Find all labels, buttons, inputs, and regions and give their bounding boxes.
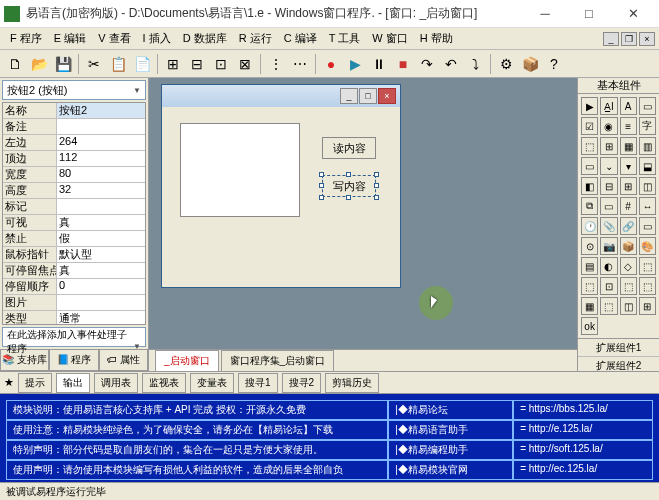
palette-component-icon[interactable]: ◫ — [620, 297, 637, 315]
palette-component-icon[interactable]: ◧ — [581, 177, 598, 195]
palette-component-icon[interactable]: # — [620, 197, 637, 215]
event-selector[interactable]: 在此选择添加入事件处理子程序 — [2, 327, 146, 347]
align-icon[interactable]: ⊞ — [162, 53, 184, 75]
bottom-tab[interactable]: 监视表 — [142, 373, 186, 393]
palette-component-icon[interactable]: ⊙ — [581, 237, 598, 255]
palette-component-icon[interactable]: ▥ — [639, 137, 656, 155]
stop-icon[interactable]: ■ — [392, 53, 414, 75]
palette-component-icon[interactable]: ▭ — [600, 197, 617, 215]
property-grid[interactable]: 名称按钮2备注左边264顶边112宽度80高度32标记可视真禁止假鼠标指针默认型… — [2, 102, 146, 325]
palette-component-icon[interactable]: 📎 — [600, 217, 617, 235]
palette-component-icon[interactable]: ▶ — [581, 97, 598, 115]
step-icon[interactable]: ↷ — [416, 53, 438, 75]
property-row[interactable]: 停留顺序0 — [3, 279, 145, 295]
help-icon[interactable]: ? — [543, 53, 565, 75]
menu-item[interactable]: E 编辑 — [48, 29, 92, 48]
align-icon[interactable]: ⊡ — [210, 53, 232, 75]
design-button-read[interactable]: 读内容 — [322, 137, 376, 159]
palette-component-icon[interactable]: ⌄ — [600, 157, 617, 175]
bottom-tab[interactable]: 剪辑历史 — [325, 373, 379, 393]
menu-item[interactable]: W 窗口 — [366, 29, 413, 48]
object-selector[interactable]: 按钮2 (按钮) — [2, 80, 146, 100]
palette-component-icon[interactable]: ↔ — [639, 197, 656, 215]
palette-component-icon[interactable]: ▦ — [620, 137, 637, 155]
form-designer-canvas[interactable]: _ □ × 读内容 写内容 — [149, 78, 577, 349]
design-form-body[interactable]: 读内容 写内容 — [164, 109, 398, 285]
palette-component-icon[interactable]: ⊡ — [600, 277, 617, 295]
build-icon[interactable]: ⚙ — [495, 53, 517, 75]
property-value[interactable]: 264 — [57, 135, 145, 150]
palette-component-icon[interactable]: ok — [581, 317, 598, 335]
tool-icon[interactable]: ⋮ — [265, 53, 287, 75]
palette-component-icon[interactable]: 🔗 — [620, 217, 637, 235]
property-value[interactable]: 80 — [57, 167, 145, 182]
design-edit-control[interactable] — [180, 123, 300, 217]
tab-program[interactable]: 📘 程序 — [49, 350, 98, 371]
design-button-write[interactable]: 写内容 — [322, 175, 376, 197]
property-row[interactable]: 可视真 — [3, 215, 145, 231]
bottom-tab[interactable]: 搜寻2 — [282, 373, 322, 393]
output-pane[interactable]: 模块说明：使用易语言核心支持库 + API 完成 授权：开源永久免费|◆精易论坛… — [0, 394, 659, 482]
property-value[interactable]: 真 — [57, 215, 145, 230]
minimize-button[interactable]: ─ — [523, 1, 567, 27]
palette-component-icon[interactable]: ⬚ — [620, 277, 637, 295]
palette-component-icon[interactable]: ⬚ — [600, 297, 617, 315]
palette-component-icon[interactable]: ⬚ — [639, 257, 656, 275]
maximize-button[interactable]: □ — [567, 1, 611, 27]
property-value[interactable]: 112 — [57, 151, 145, 166]
design-form-window[interactable]: _ □ × 读内容 写内容 — [161, 84, 401, 288]
palette-component-icon[interactable]: ⊞ — [600, 137, 617, 155]
tool-icon[interactable]: 📦 — [519, 53, 541, 75]
copy-icon[interactable]: 📋 — [107, 53, 129, 75]
bottom-tab[interactable]: 变量表 — [190, 373, 234, 393]
menu-item[interactable]: I 插入 — [137, 29, 177, 48]
bottom-tab[interactable]: 提示 — [18, 373, 52, 393]
step-icon[interactable]: ↶ — [440, 53, 462, 75]
menu-item[interactable]: T 工具 — [323, 29, 367, 48]
property-row[interactable]: 备注 — [3, 119, 145, 135]
property-row[interactable]: 类型通常 — [3, 311, 145, 325]
close-button[interactable]: ✕ — [611, 1, 655, 27]
palette-component-icon[interactable]: ⊟ — [600, 177, 617, 195]
property-row[interactable]: 顶边112 — [3, 151, 145, 167]
tool-icon[interactable]: ⋯ — [289, 53, 311, 75]
pause-icon[interactable]: ⏸ — [368, 53, 390, 75]
property-row[interactable]: 禁止假 — [3, 231, 145, 247]
align-icon[interactable]: ⊠ — [234, 53, 256, 75]
palette-component-icon[interactable]: ⬚ — [639, 277, 656, 295]
tab-properties[interactable]: 🏷 属性 — [99, 350, 148, 371]
align-icon[interactable]: ⊟ — [186, 53, 208, 75]
palette-component-icon[interactable]: ≡ — [620, 117, 637, 135]
property-value[interactable]: 按钮2 — [57, 103, 145, 118]
tab-window-assembly[interactable]: 窗口程序集_启动窗口 — [221, 350, 335, 371]
palette-component-icon[interactable]: ⊞ — [639, 297, 656, 315]
palette-component-icon[interactable]: ⊞ — [620, 177, 637, 195]
menu-item[interactable]: R 运行 — [233, 29, 278, 48]
palette-component-icon[interactable]: ▦ — [581, 297, 598, 315]
palette-component-icon[interactable]: ▤ — [581, 257, 598, 275]
palette-component-icon[interactable]: ⧉ — [581, 197, 598, 215]
menu-item[interactable]: V 查看 — [92, 29, 136, 48]
property-row[interactable]: 高度32 — [3, 183, 145, 199]
property-row[interactable]: 鼠标指针默认型 — [3, 247, 145, 263]
menu-item[interactable]: H 帮助 — [414, 29, 459, 48]
palette-component-icon[interactable]: ▭ — [639, 217, 656, 235]
property-row[interactable]: 左边264 — [3, 135, 145, 151]
property-value[interactable]: 默认型 — [57, 247, 145, 262]
mdi-restore-button[interactable]: ❐ — [621, 32, 637, 46]
mdi-close-button[interactable]: × — [639, 32, 655, 46]
palette-component-icon[interactable]: ▭ — [581, 157, 598, 175]
palette-component-icon[interactable]: A̲I — [600, 97, 617, 115]
palette-component-icon[interactable]: 🕐 — [581, 217, 598, 235]
tab-startup-window[interactable]: _启动窗口 — [155, 350, 219, 371]
run-icon[interactable]: ▶ — [344, 53, 366, 75]
property-value[interactable]: 通常 — [57, 311, 145, 325]
palette-component-icon[interactable]: 📷 — [600, 237, 617, 255]
ext-panel[interactable]: 扩展组件1 — [578, 339, 659, 357]
palette-component-icon[interactable]: ◉ — [600, 117, 617, 135]
menu-item[interactable]: F 程序 — [4, 29, 48, 48]
menu-item[interactable]: C 编译 — [278, 29, 323, 48]
property-value[interactable] — [57, 295, 145, 310]
palette-component-icon[interactable]: ◇ — [620, 257, 637, 275]
palette-component-icon[interactable]: ▭ — [639, 97, 656, 115]
